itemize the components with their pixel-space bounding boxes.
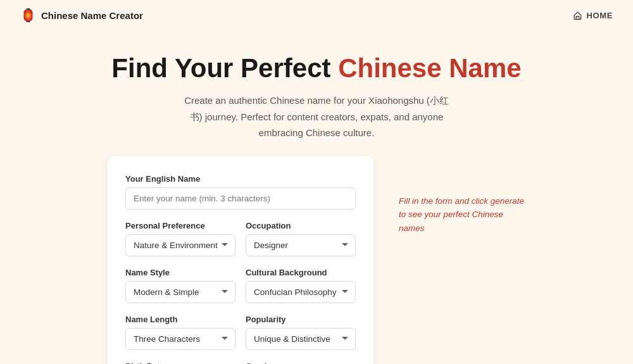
personal-preference-group: Personal Preference Nature & Environment… [125,221,235,256]
name-style-select[interactable]: Modern & Simple Classical Poetic Trendy [125,281,235,303]
row-birthdate-gender: Birth Date Gender Female Male Neutral [125,361,356,364]
name-style-group: Name Style Modern & Simple Classical Poe… [125,268,235,303]
birth-date-group: Birth Date [125,361,235,364]
english-name-group: Your English Name [125,174,356,210]
english-name-label: Your English Name [125,174,356,184]
cultural-background-label: Cultural Background [246,268,356,277]
logo-text: Chinese Name Creator [41,10,143,21]
popularity-label: Popularity [246,315,356,324]
name-length-group: Name Length Three Characters Two Charact… [125,315,235,350]
home-link[interactable]: HOME [573,11,613,20]
logo-icon: 🏮 [20,8,36,23]
occupation-label: Occupation [246,221,356,230]
occupation-group: Occupation Designer Engineer Teacher Art… [246,221,356,256]
logo-area: 🏮 Chinese Name Creator [20,8,143,23]
personal-preference-label: Personal Preference [125,221,235,230]
header: 🏮 Chinese Name Creator HOME [0,0,633,30]
popularity-select[interactable]: Unique & Distinctive Common Rare Trendin… [246,328,356,350]
main-layout: Your English Name Personal Preference Na… [0,156,633,364]
form-card: Your English Name Personal Preference Na… [108,156,373,364]
home-label: HOME [586,11,613,20]
row-length-popularity: Name Length Three Characters Two Charact… [125,315,356,361]
gender-group: Gender Female Male Neutral [246,361,356,364]
row-style-culture: Name Style Modern & Simple Classical Poe… [125,268,356,315]
name-length-select[interactable]: Three Characters Two Characters Four Cha… [125,328,235,350]
popularity-group: Popularity Unique & Distinctive Common R… [246,315,356,350]
hero-subtitle: Create an authentic Chinese name for you… [184,92,449,141]
name-length-label: Name Length [125,315,235,324]
hero-title-black: Find Your Perfect [111,53,330,83]
hero-title: Find Your Perfect Chinese Name [13,53,620,84]
cultural-background-select[interactable]: Confucian Philosophy Buddhism Taoism Mod… [246,281,356,303]
birth-date-label: Birth Date [125,361,235,364]
name-style-label: Name Style [125,268,235,277]
personal-preference-select[interactable]: Nature & Environment Arts & Creativity T… [125,234,235,256]
row-personal-occupation: Personal Preference Nature & Environment… [125,221,356,268]
english-name-input[interactable] [125,187,356,210]
sidebar-hint: Fill in the form and click generate to s… [399,156,525,364]
home-icon [573,11,582,20]
cultural-background-group: Cultural Background Confucian Philosophy… [246,268,356,303]
occupation-select[interactable]: Designer Engineer Teacher Artist Other [246,234,356,256]
hero-section: Find Your Perfect Chinese Name Create an… [0,30,633,156]
hero-title-red: Chinese Name [338,53,521,83]
gender-label: Gender [246,361,356,364]
